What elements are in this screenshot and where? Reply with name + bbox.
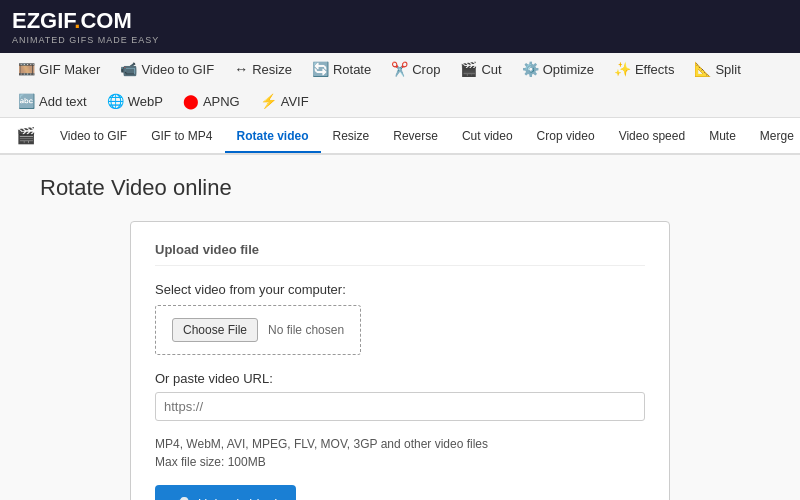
sub-nav-resize[interactable]: Resize [321,121,382,153]
formats-text: MP4, WebM, AVI, MPEG, FLV, MOV, 3GP and … [155,437,645,451]
sub-nav-reverse[interactable]: Reverse [381,121,450,153]
no-file-label: No file chosen [268,323,344,337]
nav-video-to-gif[interactable]: 📹 Video to GIF [110,53,224,85]
sub-nav-rotate-video[interactable]: Rotate video [225,121,321,153]
nav-effects[interactable]: ✨ Effects [604,53,685,85]
logo: EZGIF.COM [12,8,788,34]
video-to-gif-icon: 📹 [120,61,137,77]
main-content: Rotate Video online Upload video file Se… [0,155,800,500]
sub-nav-merge[interactable]: Merge [748,121,800,153]
nav-webp[interactable]: 🌐 WebP [97,85,173,117]
rotate-icon: 🔄 [312,61,329,77]
resize-icon: ↔️ [234,61,248,77]
add-text-icon: 🔤 [18,93,35,109]
sub-nav-gif-to-mp4[interactable]: GIF to MP4 [139,121,224,153]
sub-nav-crop-video[interactable]: Crop video [525,121,607,153]
sub-nav-video-icon: 🎬 [4,118,48,155]
nav-crop[interactable]: ✂️ Crop [381,53,450,85]
nav-add-text[interactable]: 🔤 Add text [8,85,97,117]
file-input-area: Choose File No file chosen [155,305,361,355]
upload-box: Upload video file Select video from your… [130,221,670,500]
url-label: Or paste video URL: [155,371,645,386]
split-icon: 📐 [694,61,711,77]
sub-nav-cut-video[interactable]: Cut video [450,121,525,153]
logo-tagline: ANIMATED GIFS MADE EASY [12,35,788,45]
nav-cut[interactable]: 🎬 Cut [450,53,511,85]
webp-icon: 🌐 [107,93,124,109]
sub-nav: 🎬 Video to GIF GIF to MP4 Rotate video R… [0,118,800,155]
page-title: Rotate Video online [40,175,760,201]
nav-split[interactable]: 📐 Split [684,53,750,85]
avif-icon: ⚡ [260,93,277,109]
sub-nav-video-speed[interactable]: Video speed [607,121,698,153]
nav-rotate[interactable]: 🔄 Rotate [302,53,381,85]
nav-resize[interactable]: ↔️ Resize [224,53,302,85]
gif-maker-icon: 🎞️ [18,61,35,77]
optimize-icon: ⚙️ [522,61,539,77]
sub-nav-video-to-gif[interactable]: Video to GIF [48,121,139,153]
maxsize-text: Max file size: 100MB [155,455,645,469]
apng-icon: ⬤ [183,93,199,109]
main-nav: 🎞️ GIF Maker 📹 Video to GIF ↔️ Resize 🔄 … [0,53,800,118]
effects-icon: ✨ [614,61,631,77]
upload-icon: ☁️ [173,494,192,500]
nav-optimize[interactable]: ⚙️ Optimize [512,53,604,85]
upload-box-title: Upload video file [155,242,645,266]
nav-gif-maker[interactable]: 🎞️ GIF Maker [8,53,110,85]
cut-icon: 🎬 [460,61,477,77]
nav-avif[interactable]: ⚡ AVIF [250,85,319,117]
nav-apng[interactable]: ⬤ APNG [173,85,250,117]
url-input[interactable] [155,392,645,421]
upload-button[interactable]: ☁️ Upload video! [155,485,296,500]
select-video-label: Select video from your computer: [155,282,645,297]
choose-file-button[interactable]: Choose File [172,318,258,342]
crop-icon: ✂️ [391,61,408,77]
sub-nav-mute[interactable]: Mute [697,121,748,153]
header: EZGIF.COM ANIMATED GIFS MADE EASY [0,0,800,53]
